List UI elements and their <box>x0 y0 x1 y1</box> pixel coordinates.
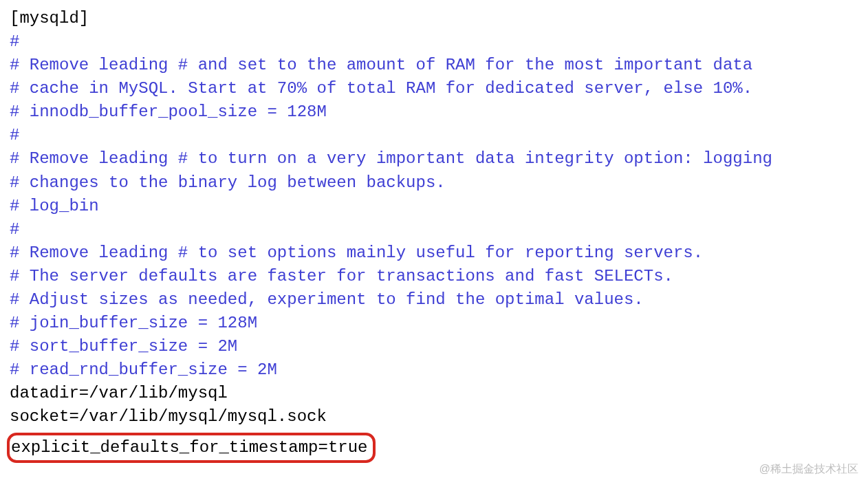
comment-line: # <box>10 32 19 51</box>
comment-line: # cache in MySQL. Start at 70% of total … <box>10 79 752 98</box>
comment-line: # innodb_buffer_pool_size = 128M <box>10 102 327 121</box>
highlighted-config-box: explicit_defaults_for_timestamp=true <box>7 433 376 462</box>
comment-line: # Remove leading # and set to the amount… <box>10 56 752 74</box>
comment-line: # <box>10 220 19 239</box>
comment-line: # Adjust sizes as needed, experiment to … <box>10 290 644 309</box>
comment-line: # <box>10 126 19 144</box>
comment-line: # read_rnd_buffer_size = 2M <box>10 360 277 379</box>
comment-line: # Remove leading # to set options mainly… <box>10 244 703 262</box>
comment-line: # sort_buffer_size = 2M <box>10 337 237 356</box>
comment-line: # changes to the binary log between back… <box>10 173 446 192</box>
comment-line: # join_buffer_size = 128M <box>10 314 257 332</box>
section-header: [mysqld] <box>10 9 89 28</box>
config-file-content: [mysqld] # # Remove leading # and set to… <box>10 7 868 463</box>
comment-line: # log_bin <box>10 197 99 215</box>
watermark-text: @稀土掘金技术社区 <box>759 462 858 477</box>
config-line-datadir: datadir=/var/lib/mysql <box>10 384 228 402</box>
comment-line: # The server defaults are faster for tra… <box>10 267 673 285</box>
comment-line: # Remove leading # to turn on a very imp… <box>10 149 772 168</box>
config-line-explicit-defaults: explicit_defaults_for_timestamp=true <box>11 438 367 457</box>
config-line-socket: socket=/var/lib/mysql/mysql.sock <box>10 407 327 426</box>
